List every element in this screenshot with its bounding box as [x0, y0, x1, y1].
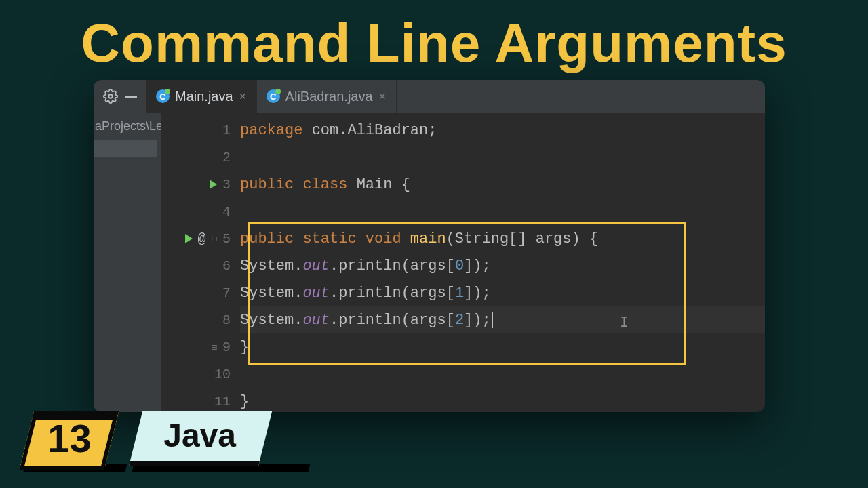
class-icon: C — [156, 89, 170, 103]
tab-label: AliBadran.java — [285, 89, 373, 104]
gear-icon[interactable] — [103, 89, 118, 104]
line-number: 1 — [222, 123, 231, 138]
line-number: 5 — [222, 231, 231, 247]
line-number: 10 — [214, 367, 231, 382]
line-number: 3 — [222, 177, 231, 192]
line-number: 7 — [222, 285, 231, 301]
code-line: package com.AliBadran; — [240, 117, 765, 144]
mouse-ibeam-cursor: I — [620, 314, 629, 331]
fold-icon[interactable]: ⊟ — [212, 342, 217, 353]
ide-window: C Main.java ✕ C AliBadran.java ✕ aProjec… — [94, 80, 765, 412]
class-icon: C — [267, 89, 280, 103]
run-gutter-icon[interactable] — [210, 180, 217, 189]
code-line: System.out.println(args[0]); — [240, 252, 765, 279]
close-icon[interactable]: ✕ — [378, 91, 387, 102]
line-number: 9 — [222, 340, 231, 355]
sidebar-selection — [94, 140, 157, 157]
code-line — [240, 144, 765, 171]
code-line: } — [240, 388, 765, 412]
sidebar-path-fragment: aProjects\Le — [94, 117, 157, 136]
code-line: public static void main(String[] args) { — [240, 225, 765, 252]
line-number: 11 — [214, 394, 231, 409]
line-number: 4 — [222, 204, 231, 220]
tab-main-java[interactable]: C Main.java ✕ — [146, 80, 257, 113]
ide-titlebar: C Main.java ✕ C AliBadran.java ✕ — [94, 80, 765, 113]
code-line — [240, 361, 765, 388]
episode-number-badge: 13 — [20, 411, 119, 466]
fold-icon[interactable]: ⊟ — [212, 233, 217, 245]
close-icon[interactable]: ✕ — [239, 91, 247, 102]
language-badge: Java — [129, 411, 272, 466]
code-line: System.out.println(args[1]); — [240, 279, 765, 306]
tab-alibadran-java[interactable]: C AliBadran.java ✕ — [257, 80, 397, 113]
code-line-active: System.out.println(args[2]); — [240, 306, 765, 333]
tab-label: Main.java — [175, 89, 233, 104]
code-line: } — [240, 333, 765, 361]
code-editor[interactable]: package com.AliBadran; public class Main… — [240, 113, 765, 412]
page-title: Command Line Arguments — [0, 12, 868, 75]
code-line: public class Main { — [240, 171, 765, 198]
line-number: 6 — [222, 258, 231, 274]
project-sidebar[interactable]: aProjects\Le — [94, 113, 161, 412]
line-gutter: 1 2 3 4 @⊟5 6 7 8 ⊟9 10 11 — [161, 113, 240, 412]
minimize-icon[interactable] — [125, 96, 137, 98]
text-caret — [492, 312, 493, 328]
svg-point-0 — [108, 94, 113, 98]
code-line — [240, 198, 765, 225]
line-number: 2 — [222, 150, 231, 165]
line-number: 8 — [222, 312, 231, 328]
run-gutter-icon[interactable] — [185, 234, 193, 243]
override-gutter-icon[interactable]: @ — [198, 231, 206, 247]
